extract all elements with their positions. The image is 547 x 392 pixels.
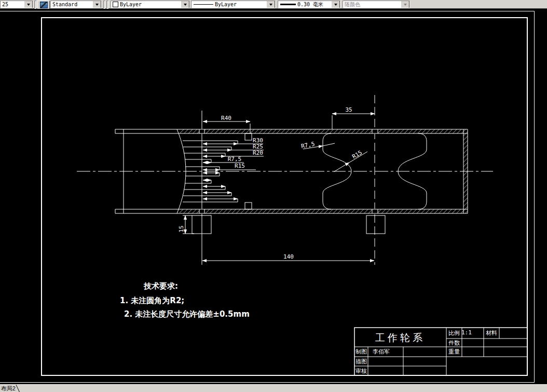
dim-r20-label: R20 [253, 150, 263, 156]
paper-edge [0, 11, 535, 383]
dim-r15-label: R15 [235, 163, 245, 169]
plotstyle-arrow [401, 1, 409, 8]
text-style-combo[interactable]: Standard [50, 1, 102, 8]
dim-r40-label: R40 [221, 115, 231, 121]
text-style-value: Standard [51, 2, 92, 7]
text-style-arrow[interactable] [92, 1, 101, 8]
scale-value: 1:1 [461, 329, 472, 336]
dim-140-label: 140 [283, 253, 294, 260]
chevron-down-icon [269, 4, 272, 6]
dim-groove-r15-label: R15 [351, 149, 363, 160]
chevron-down-icon [404, 4, 407, 6]
dim-15-label: 15 [178, 225, 185, 232]
toolbar-separator [106, 1, 108, 9]
material-label: 材料 [486, 330, 497, 336]
title-block: 工作轮系 比例 1:1 材料 件数 重量 制图 李佰军 描图 审核 [354, 328, 527, 375]
linetype-value: ByLayer [213, 2, 266, 7]
color-combo[interactable]: ByLayer [111, 1, 190, 8]
tech-requirements-heading: 技术要求: [143, 281, 178, 291]
plotstyle-combo: 随颜色 [343, 1, 410, 8]
checked-label: 审核 [355, 368, 367, 374]
dimension-lines [183, 114, 375, 261]
drawn-label: 制图 [355, 348, 367, 355]
tab-layout2[interactable]: 布局2 [0, 385, 20, 392]
tab-layout2-label: 布局2 [1, 385, 16, 392]
linetype-arrow[interactable] [266, 1, 275, 8]
scale-label: 比例 [448, 330, 460, 336]
tech-requirements-item1: 1. 未注圆角为R2; [120, 296, 184, 305]
layer-combo[interactable]: 25 [0, 1, 33, 8]
drawing-canvas[interactable]: R40 R30 R25 R20 R7,5 R15 35 140 15 R7,5 … [0, 9, 547, 384]
color-value: ByLayer [118, 2, 181, 7]
lineweight-arrow[interactable] [331, 1, 340, 8]
lineweight-value: 0.30 毫米 [296, 1, 331, 8]
drawn-by-value: 李佰军 [373, 348, 390, 355]
dim-groove-r7-5-label: R7,5 [300, 141, 315, 150]
tech-requirements-item2: 2. 未注长度尺寸允许偏差±0.5mm [124, 309, 250, 319]
toolbar-separator [34, 1, 36, 9]
color-swatch-icon [113, 2, 118, 7]
cad-drawing: R40 R30 R25 R20 R7,5 R15 35 140 15 R7,5 … [0, 9, 547, 384]
traced-label: 描图 [355, 358, 367, 365]
plotstyle-value: 随颜色 [343, 1, 401, 8]
dim-r7-5-label: R7,5 [228, 156, 242, 163]
layout-tab-bar: 布局2 [0, 384, 547, 392]
linetype-sample-icon [194, 4, 213, 5]
weight-label: 重量 [448, 348, 460, 355]
chevron-down-icon [27, 4, 30, 6]
object-properties-toolbar: 25 Standard ByLayer ByLayer 0.30 毫米 随颜色 [0, 0, 547, 9]
match-properties-button[interactable] [37, 1, 50, 9]
drawing-geometry [77, 95, 493, 265]
match-properties-icon [40, 2, 48, 8]
tech-requirements: 技术要求: 1. 未注圆角为R2; 2. 未注长度尺寸允许偏差±0.5mm [120, 281, 250, 319]
layer-combo-value: 25 [1, 2, 24, 7]
chevron-down-icon [334, 4, 337, 6]
lineweight-combo[interactable]: 0.30 毫米 [278, 1, 340, 8]
layer-combo-arrow[interactable] [24, 1, 33, 8]
toolbar-separator [103, 1, 105, 9]
lineweight-sample-icon [280, 4, 296, 5]
drawing-frame [42, 18, 527, 375]
title-block-title: 工作轮系 [375, 332, 425, 343]
dim-35-label: 35 [345, 106, 352, 113]
chevron-down-icon [184, 4, 187, 6]
color-arrow[interactable] [181, 1, 189, 8]
chevron-down-icon [95, 4, 99, 6]
qty-label: 件数 [448, 340, 460, 346]
linetype-combo[interactable]: ByLayer [191, 1, 276, 8]
